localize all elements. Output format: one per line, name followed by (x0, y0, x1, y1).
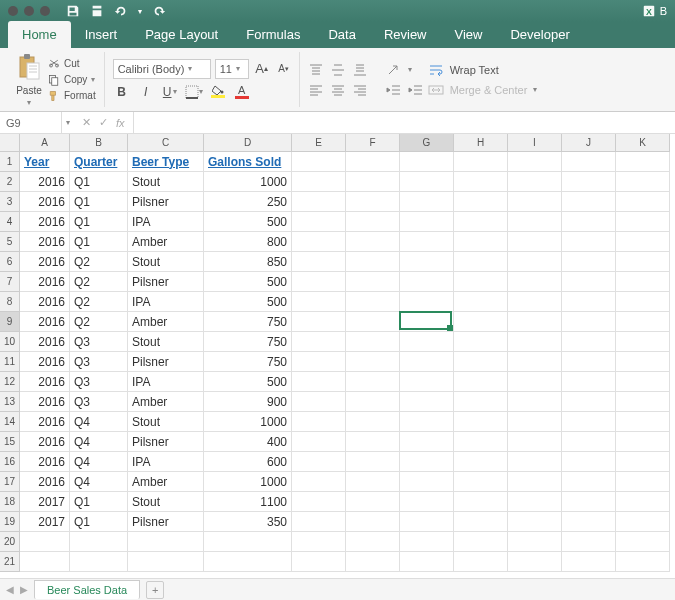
sheet-nav-next-icon[interactable]: ▶ (20, 584, 28, 595)
cell[interactable] (562, 552, 616, 572)
cell[interactable]: 2016 (20, 372, 70, 392)
ribbon-tab-formulas[interactable]: Formulas (232, 21, 314, 48)
cell[interactable] (400, 292, 454, 312)
cell[interactable] (292, 472, 346, 492)
cell[interactable] (616, 512, 670, 532)
cell[interactable] (70, 532, 128, 552)
cell-header[interactable]: Beer Type (128, 152, 204, 172)
cell[interactable] (346, 332, 400, 352)
cell[interactable] (616, 232, 670, 252)
cell[interactable]: 500 (204, 292, 292, 312)
align-right-icon[interactable] (352, 83, 368, 97)
cell[interactable] (346, 392, 400, 412)
cell[interactable]: 2016 (20, 392, 70, 412)
cell[interactable] (508, 352, 562, 372)
cell[interactable] (562, 332, 616, 352)
row-header[interactable]: 8 (0, 292, 20, 312)
row-header[interactable]: 14 (0, 412, 20, 432)
cell[interactable] (346, 312, 400, 332)
cell[interactable] (292, 312, 346, 332)
fill-color-button[interactable] (209, 83, 227, 101)
cell[interactable] (616, 192, 670, 212)
cell[interactable]: 750 (204, 332, 292, 352)
cell[interactable] (346, 272, 400, 292)
cell[interactable] (562, 212, 616, 232)
cell[interactable]: 1000 (204, 472, 292, 492)
name-box-dropdown[interactable]: ▾ (62, 118, 74, 127)
cell[interactable] (562, 172, 616, 192)
cell[interactable] (346, 232, 400, 252)
cell[interactable] (70, 552, 128, 572)
cell[interactable] (292, 152, 346, 172)
cell[interactable] (292, 332, 346, 352)
cell[interactable] (400, 392, 454, 412)
cell[interactable]: 500 (204, 372, 292, 392)
row-header[interactable]: 5 (0, 232, 20, 252)
column-header[interactable]: A (20, 134, 70, 152)
row-header[interactable]: 12 (0, 372, 20, 392)
increase-font-button[interactable]: A▴ (253, 60, 271, 78)
cell[interactable]: 500 (204, 212, 292, 232)
cell[interactable] (616, 472, 670, 492)
spreadsheet-grid[interactable]: ABCDEFGHIJK 1234567891011121314151617181… (0, 134, 675, 578)
cell[interactable] (562, 232, 616, 252)
cell[interactable]: 2016 (20, 232, 70, 252)
cell[interactable] (616, 372, 670, 392)
cell[interactable] (616, 452, 670, 472)
font-size-dropdown[interactable]: 11▾ (215, 59, 249, 79)
cell[interactable]: Pilsner (128, 512, 204, 532)
cell[interactable]: 750 (204, 312, 292, 332)
cell[interactable] (400, 512, 454, 532)
cell[interactable]: Amber (128, 392, 204, 412)
font-color-button[interactable]: A (233, 83, 251, 101)
column-header[interactable]: C (128, 134, 204, 152)
cell[interactable] (508, 232, 562, 252)
cell[interactable] (20, 532, 70, 552)
cell-header[interactable]: Quarter (70, 152, 128, 172)
cell[interactable] (400, 412, 454, 432)
cell[interactable] (616, 332, 670, 352)
ribbon-tab-page-layout[interactable]: Page Layout (131, 21, 232, 48)
cell[interactable]: 2016 (20, 312, 70, 332)
formula-input[interactable] (134, 112, 675, 133)
cell[interactable] (454, 232, 508, 252)
row-header[interactable]: 9 (0, 312, 20, 332)
cell[interactable] (454, 412, 508, 432)
cell[interactable]: Q2 (70, 312, 128, 332)
cell[interactable] (562, 512, 616, 532)
cell[interactable]: Stout (128, 412, 204, 432)
ribbon-tab-data[interactable]: Data (314, 21, 369, 48)
column-header[interactable]: E (292, 134, 346, 152)
decrease-font-button[interactable]: A▾ (275, 60, 293, 78)
cell[interactable] (292, 252, 346, 272)
cell[interactable]: 1100 (204, 492, 292, 512)
cell[interactable] (508, 392, 562, 412)
cell-header[interactable]: Gallons Sold (204, 152, 292, 172)
cell[interactable] (346, 472, 400, 492)
cell[interactable]: Stout (128, 492, 204, 512)
cell[interactable] (400, 552, 454, 572)
cell[interactable] (616, 552, 670, 572)
row-header[interactable]: 15 (0, 432, 20, 452)
cell[interactable] (400, 212, 454, 232)
cell[interactable] (616, 412, 670, 432)
cell[interactable]: 2016 (20, 172, 70, 192)
cell[interactable] (346, 492, 400, 512)
cell[interactable]: Q1 (70, 192, 128, 212)
cell[interactable] (292, 212, 346, 232)
row-header[interactable]: 1 (0, 152, 20, 172)
cell[interactable] (400, 232, 454, 252)
italic-button[interactable]: I (137, 83, 155, 101)
orientation-icon[interactable] (386, 63, 402, 77)
cell[interactable] (562, 472, 616, 492)
cell[interactable] (562, 392, 616, 412)
cell[interactable] (562, 312, 616, 332)
row-header[interactable]: 4 (0, 212, 20, 232)
cell[interactable]: 2016 (20, 192, 70, 212)
cell[interactable] (454, 452, 508, 472)
cell[interactable] (562, 352, 616, 372)
row-header[interactable]: 10 (0, 332, 20, 352)
cell[interactable] (508, 472, 562, 492)
zoom-window[interactable] (40, 6, 50, 16)
cell[interactable] (400, 532, 454, 552)
